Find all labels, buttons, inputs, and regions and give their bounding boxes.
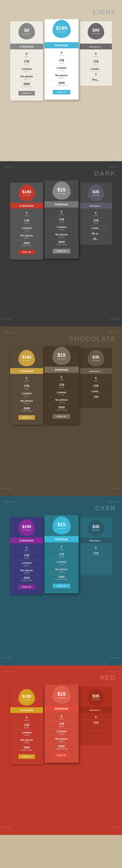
rts-product: 2500 Product Skulls bbox=[12, 745, 41, 752]
cts-access: Limited access bbox=[12, 560, 41, 568]
choc-wm-right: ®envato bbox=[108, 331, 118, 334]
standard-price: $9 bbox=[24, 28, 29, 33]
light-title: LIGHT bbox=[2, 8, 120, 16]
light-professional-card: $99 per month PROFESSI... 5 users 1TB sp… bbox=[80, 21, 112, 86]
dark-cards: $190 per month STANDARD 5 users 1TB spac… bbox=[2, 180, 120, 261]
standard-plan-name: STANDARD bbox=[20, 45, 34, 48]
light-section: ®envato ®envato LIGHT $9 per month STAND… bbox=[0, 0, 122, 161]
cyan-wm-right: ®envato bbox=[108, 500, 118, 503]
cpr-blank bbox=[82, 400, 110, 405]
dp-access: Limited access bbox=[47, 224, 77, 232]
prem-feature-space: 1TB space bbox=[47, 58, 77, 65]
rtp-access: Limited access bbox=[47, 729, 77, 736]
red-prem-signup-btn[interactable]: SIGN UP bbox=[53, 753, 70, 757]
choc-std-signup-btn[interactable]: SIGN UP bbox=[19, 415, 35, 420]
premium-price-badge: $199 per month bbox=[44, 19, 79, 40]
red-std-name: STANDARD bbox=[20, 709, 34, 712]
professional-features: 5 users 1TB space Limite... 2 Pro... bbox=[80, 51, 112, 83]
cyan-premium-card: $15 per month PREMIUM 5 users 1TB space bbox=[44, 515, 79, 593]
rtpr-5 bbox=[82, 736, 110, 742]
dark-pro-name: PROFESS... bbox=[90, 205, 102, 207]
cyan-prem-signup-btn[interactable]: SIGN UP bbox=[53, 584, 70, 588]
choc-prem-signup-btn[interactable]: SIGN UP bbox=[53, 414, 70, 419]
red-prem-price: $15 bbox=[57, 691, 65, 697]
prem-feature-phone: No phone support bbox=[47, 73, 77, 80]
dark-wm-bl: ®envato bbox=[2, 317, 12, 320]
envato-watermark-right: ®envato bbox=[108, 4, 118, 7]
red-title: RED bbox=[2, 674, 120, 682]
red-wm-left: ®envato bbox=[4, 670, 14, 673]
wm-bottom-left: ®envato bbox=[2, 151, 12, 155]
dark-section: ®envato ®envato DARK $190 per month STAN… bbox=[0, 161, 122, 327]
pro-feature-access: Limite... bbox=[82, 66, 110, 72]
cyan-prem-name: PREMIUM bbox=[55, 538, 68, 541]
feature-users: 5 users bbox=[12, 51, 41, 59]
red-professional-card: $35 per month PROFESS... 5 1TB bbox=[80, 687, 112, 745]
cs-product: 2500 Product Skulls bbox=[12, 406, 41, 413]
dst-users: 5 users bbox=[12, 210, 41, 218]
dpr-25: 25... bbox=[82, 236, 110, 242]
rtp-product: 2500 Product Skulls bbox=[47, 744, 77, 751]
cs-phone: No phone support bbox=[12, 398, 41, 406]
pro-feature-n: 2 bbox=[82, 72, 110, 77]
cp-product: 2500 Product Skulls bbox=[47, 405, 77, 412]
choc-pro-price-area: $35 per month bbox=[80, 348, 112, 366]
dark-envato-wm-left: ®envato bbox=[4, 166, 14, 168]
choc-prem-price: $15 bbox=[57, 352, 65, 358]
dpr-access: Limit... bbox=[82, 225, 110, 231]
dark-prem-signup-btn[interactable]: SIGN UP bbox=[53, 249, 70, 253]
rtpr-users: 5 bbox=[82, 714, 110, 720]
dpr-users: 5 users bbox=[82, 210, 110, 218]
dark-std-period: per month bbox=[23, 194, 30, 196]
dark-std-name: STANDARD bbox=[20, 205, 34, 207]
choc-standard-card: $190 per month STANDARD 5 users 1TB spac… bbox=[10, 348, 43, 425]
dark-wm-br: ®envato bbox=[110, 317, 120, 320]
cs-space: 1TB space bbox=[12, 383, 41, 391]
cyan-std-price: $190 bbox=[22, 524, 31, 529]
feature-space: 1TB space bbox=[12, 59, 41, 66]
dp-product: 2500 Product Skulls bbox=[47, 239, 77, 247]
dark-std-signup-btn[interactable]: SIGN UP bbox=[19, 250, 35, 254]
cyan-wm-bl: ®envato bbox=[2, 655, 12, 659]
cts-space: 1TB space bbox=[12, 553, 41, 560]
light-premium-card: $199 per month PREMIUM 5 users 1TB space bbox=[44, 19, 79, 100]
standard-period: per month bbox=[23, 33, 30, 35]
cyan-std-signup-btn[interactable]: SIGN UP bbox=[19, 585, 35, 589]
professional-plan-name: PROFESSI... bbox=[89, 46, 102, 48]
cyan-professional-card: $35 per month PROFESS... 5 1TB bbox=[80, 517, 112, 576]
red-prem-price-area: $15 per month bbox=[44, 685, 79, 704]
red-std-price: $190 bbox=[22, 694, 31, 699]
cyan-wm-left: ®envato bbox=[4, 500, 14, 503]
cyan-prem-period: per month bbox=[58, 527, 65, 529]
ctp-phone: No phone support bbox=[47, 567, 77, 574]
rtpr-4 bbox=[82, 731, 110, 736]
standard-features: 5 users 1TB space Limited access No phon… bbox=[10, 51, 43, 89]
dark-prem-price: $15 bbox=[57, 187, 65, 193]
red-std-signup-btn[interactable]: SIGN UP bbox=[19, 754, 35, 759]
dark-title: DARK bbox=[2, 170, 120, 177]
dpr-noph: No p... bbox=[82, 231, 110, 236]
dark-prem-price-area: $15 per month bbox=[44, 180, 79, 199]
rtp-space: 1TB space bbox=[47, 721, 77, 729]
choc-pro-features: 5 users 1TB Limit... .250 bbox=[80, 375, 112, 405]
choc-pro-period: per month bbox=[92, 360, 99, 362]
choc-pro-price: $35 bbox=[92, 355, 99, 360]
dark-std-price-area: $190 per month bbox=[10, 183, 43, 201]
feature-product: 2500 Product Skulls bbox=[12, 81, 41, 89]
choc-std-price-area: $190 per month bbox=[10, 348, 43, 366]
standard-signup-btn[interactable]: SIGN UP bbox=[19, 91, 35, 95]
dark-envato-wm-right: ®envato bbox=[108, 166, 118, 168]
choc-wm-bl: ®envato bbox=[2, 486, 12, 490]
red-pro-name: PROFESS... bbox=[90, 709, 102, 711]
choc-watermark-row: ®envato ®envato bbox=[2, 331, 120, 334]
red-prem-name: PREMIUM bbox=[55, 707, 68, 710]
cts-users: 5 users bbox=[12, 545, 41, 553]
premium-signup-btn[interactable]: SIGN UP bbox=[53, 90, 70, 94]
pro-feature-p: Pro... bbox=[82, 77, 110, 83]
cyan-std-period: per month bbox=[23, 529, 30, 531]
prem-feature-access: Limited access bbox=[47, 65, 77, 73]
cyan-prem-price: $15 bbox=[57, 522, 65, 527]
red-watermark-row: ®envato ®envato bbox=[2, 670, 120, 673]
ctpr-4 bbox=[82, 561, 110, 567]
professional-period: per month bbox=[92, 33, 99, 34]
